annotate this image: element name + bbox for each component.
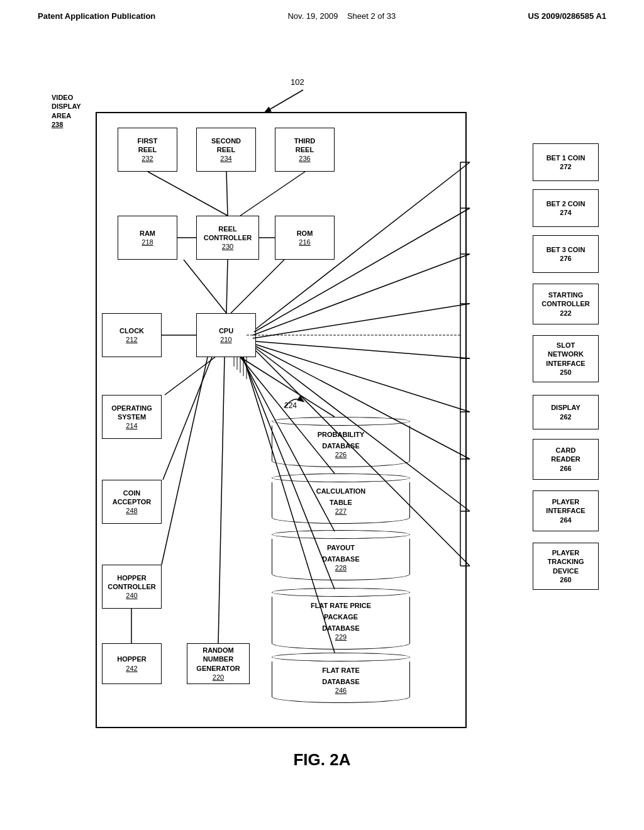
svg-line-0 — [265, 90, 303, 112]
display-box: DISPLAY 262 — [533, 395, 599, 429]
header-center: Nov. 19, 2009 Sheet 2 of 33 — [287, 11, 396, 21]
starting-controller-box: STARTING CONTROLLER 222 — [533, 284, 599, 324]
bet3-box: BET 3 COIN 276 — [533, 235, 599, 273]
rng-box: RANDOM NUMBER GENERATOR 220 — [187, 643, 250, 684]
payout-db: PAYOUT DATABASE 228 — [272, 530, 410, 580]
clock-box: CLOCK 212 — [102, 313, 162, 357]
calculation-table-db: CALCULATION TABLE 227 — [272, 473, 410, 524]
probability-db: PROBABILITY DATABASE 226 — [272, 417, 410, 467]
vda-label: VIDEO DISPLAY AREA 238 — [52, 93, 81, 129]
os-box: OPERATING SYSTEM 214 — [102, 395, 162, 439]
storage-label: 224 — [284, 401, 297, 410]
header-right: US 2009/0286585 A1 — [528, 11, 606, 21]
player-tracking-device-box: PLAYER TRACKING DEVICE 260 — [533, 543, 599, 590]
card-reader-box: CARD READER 266 — [533, 439, 599, 480]
third-reel-box: THIRD REEL 236 — [275, 128, 335, 172]
rom-box: ROM 216 — [275, 216, 335, 260]
first-reel-box: FIRST REEL 232 — [118, 128, 177, 172]
flat-rate-price-pkg-db: FLAT RATE PRICE PACKAGE DATABASE 229 — [272, 588, 410, 650]
ram-box: RAM 218 — [118, 216, 177, 260]
hopper-controller-box: HOPPER CONTROLLER 240 — [102, 565, 162, 609]
player-interface-box: PLAYER INTERFACE 264 — [533, 490, 599, 531]
bet1-box: BET 1 COIN 272 — [533, 143, 599, 181]
hopper-box: HOPPER 242 — [102, 643, 162, 684]
reel-controller-box: REEL CONTROLLER 230 — [196, 216, 259, 260]
coin-acceptor-box: COIN ACCEPTOR 248 — [102, 480, 162, 524]
slot-network-interface-box: SLOT NETWORK INTERFACE 250 — [533, 335, 599, 382]
diagram-area: 102 VIDEO DISPLAY AREA 238 FIRST REEL 23… — [45, 52, 599, 769]
page-header: Patent Application Publication Nov. 19, … — [0, 0, 644, 21]
header-left: Patent Application Publication — [38, 11, 155, 21]
second-reel-box: SECOND REEL 234 — [196, 128, 256, 172]
cpu-box: CPU 210 — [196, 313, 256, 357]
flat-rate-db: FLAT RATE DATABASE 246 — [272, 653, 410, 703]
bet2-box: BET 2 COIN 274 — [533, 189, 599, 227]
ref-label-102: 102 — [291, 77, 304, 87]
